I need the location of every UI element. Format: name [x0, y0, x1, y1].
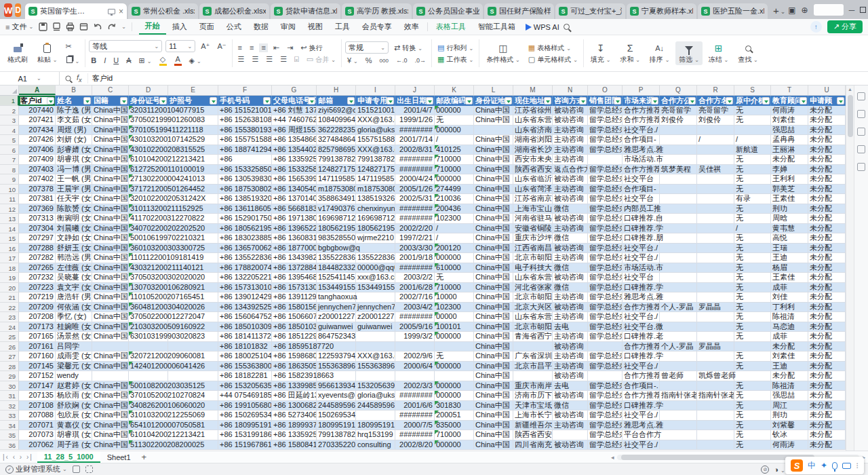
cell[interactable]: 个人-罗晶 [660, 303, 697, 313]
file-tab[interactable]: S高学历 教授.xlsx [342, 3, 412, 19]
cell[interactable]: +86 13359257067 [272, 430, 317, 440]
cell[interactable]: +86 185010309 [218, 322, 272, 332]
cell[interactable]: 高悦 [771, 233, 808, 244]
cell[interactable]: 207209 [19, 303, 56, 313]
cell[interactable]: 000000 [435, 126, 474, 136]
cell[interactable]: 李文茹 (女) [56, 115, 92, 126]
cell[interactable]: 无 [734, 440, 771, 451]
cell[interactable]: China中国 [92, 194, 129, 204]
cell[interactable]: ######## [395, 204, 435, 214]
cell[interactable]: China中国 [92, 185, 129, 195]
vertical-scroll-thumb[interactable] [848, 95, 853, 137]
cell[interactable]: 罗晶晶 [697, 303, 734, 313]
eye-protect-icon[interactable]: ◑ ⌄ [774, 466, 785, 474]
cell[interactable]: China中国 [474, 145, 513, 155]
cell[interactable]: China中国 [92, 115, 129, 126]
cell[interactable]: 合作方推荐 [623, 371, 660, 381]
column-letter[interactable]: T [771, 86, 808, 95]
cell[interactable]: 2002/2/20 [395, 224, 435, 234]
cell[interactable]: 207145 [19, 362, 56, 372]
cell[interactable]: 被动咨询 [553, 411, 588, 421]
cell[interactable] [660, 155, 697, 165]
cell[interactable]: +86 13544021983 [272, 145, 317, 155]
cell[interactable]: 新疆维吾尔 [513, 421, 553, 431]
cell[interactable]: 未分配 [808, 322, 846, 332]
row-number[interactable]: 15 [0, 233, 19, 244]
cell[interactable]: 207403 [19, 165, 56, 175]
cell[interactable] [697, 233, 734, 244]
cell[interactable]: 留学总经办 [588, 204, 623, 214]
cell[interactable]: 710000 [435, 283, 474, 293]
cell[interactable]: 1248271752 [317, 165, 356, 175]
cell[interactable] [734, 126, 771, 136]
cell[interactable]: 630103199903020823 [129, 332, 168, 342]
strikethrough-button[interactable]: A [124, 56, 133, 65]
row-number[interactable]: 6 [0, 145, 19, 155]
cell[interactable]: +86 周煜1553801 [272, 126, 317, 136]
minimize-button[interactable]: ─ [849, 6, 855, 14]
cell[interactable]: 刘素佳 [771, 352, 808, 362]
cell[interactable]: 207165 [19, 332, 56, 342]
header-cell[interactable]: 身份证地 [474, 96, 513, 106]
cell[interactable] [660, 126, 697, 136]
cell[interactable]: 留学总经办 [588, 106, 623, 116]
cell[interactable]: China中国 [92, 362, 129, 372]
cell[interactable]: 袁文宇 (女) [56, 283, 92, 293]
row-number[interactable]: 19 [0, 273, 19, 283]
cell[interactable]: 雅思考点.雅 [623, 145, 660, 155]
cell[interactable]: 207304 [19, 224, 56, 234]
row-number[interactable]: 9 [0, 174, 19, 185]
cell[interactable]: 1999/1/26 [395, 115, 435, 126]
cell[interactable]: China中国 [474, 303, 513, 313]
cell[interactable]: 153449155 [317, 283, 356, 293]
cell[interactable]: 梁馨元 (女) [56, 362, 92, 372]
header-cell[interactable]: 合作方名 [697, 96, 734, 106]
cell[interactable]: v17490376 [317, 204, 356, 214]
cell[interactable]: +86 18770002151 [272, 244, 317, 254]
wps-ai-button[interactable]: WPS AI [526, 23, 559, 31]
add-sheet-button[interactable]: + [142, 452, 147, 462]
cell[interactable]: 无 [734, 362, 771, 372]
justify-icon[interactable]: ☰ [278, 55, 289, 64]
cell[interactable] [356, 342, 395, 352]
cell[interactable]: 留学总经办 [588, 233, 623, 244]
cell[interactable]: ######## [395, 391, 435, 401]
cell[interactable]: China中国 [474, 283, 513, 293]
cell[interactable] [660, 185, 697, 195]
cell[interactable]: 152541145 [317, 273, 356, 283]
cell[interactable]: 社交平台 [623, 194, 660, 204]
cell[interactable]: 山东省临沂 [513, 174, 553, 185]
underline-button[interactable]: U [111, 56, 121, 65]
row-number[interactable]: 7 [0, 155, 19, 165]
cell[interactable]: 210036 [435, 194, 474, 204]
cell[interactable]: 1471195851 [317, 174, 356, 185]
cell[interactable]: 无 [435, 352, 474, 362]
cell[interactable]: 799138782 [317, 430, 356, 440]
cell[interactable]: 2000/6/4 [395, 362, 435, 372]
bold-button[interactable]: B [89, 56, 98, 65]
cell[interactable] [660, 263, 697, 273]
menu-item[interactable]: 表格工具 [430, 20, 472, 34]
cell[interactable]: 刘晨曦 (女) [56, 224, 92, 234]
cell[interactable]: +86 15332585000 [272, 165, 317, 175]
cell[interactable] [660, 332, 697, 342]
cell[interactable]: China中国 [474, 322, 513, 332]
currency-button[interactable]: ¥ ⌄ [345, 56, 360, 65]
panel-icon[interactable] [857, 128, 865, 136]
cell[interactable]: 被动咨询 [553, 106, 588, 116]
cell[interactable]: m18753080 [356, 185, 395, 195]
cell[interactable]: 无 [734, 233, 771, 244]
cell[interactable]: China中国 [92, 312, 129, 322]
cell[interactable]: 吴晓蔓 (女) [56, 273, 92, 283]
cell[interactable]: 207147 [19, 381, 56, 392]
number-format-select[interactable]: 常规⌄ [345, 41, 389, 54]
cell[interactable]: 511302200208200025 [129, 440, 168, 451]
filter-dropdown-button[interactable] [800, 97, 807, 104]
cell[interactable]: 169698712 [356, 214, 395, 224]
cell[interactable]: 陈子逸 (男) [56, 106, 92, 116]
upload-icon[interactable]: ↑ [810, 21, 822, 33]
cell[interactable]: 留学总经办 [588, 273, 623, 283]
cell[interactable]: 2002/8/31 [395, 145, 435, 155]
cell[interactable]: 留学总经办 [588, 332, 623, 342]
cell[interactable]: 北京市朝阳 [513, 322, 553, 332]
